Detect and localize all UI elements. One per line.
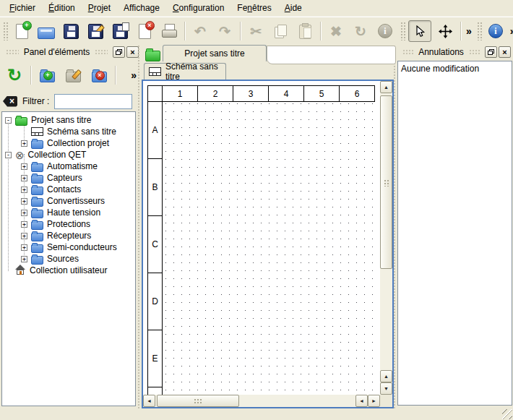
scrollbar-corner — [380, 395, 392, 407]
undo-button[interactable]: ↶ — [188, 20, 212, 42]
column-header: 3 — [233, 85, 269, 102]
pan-mode-button[interactable] — [433, 20, 457, 42]
expand-icon[interactable]: + — [21, 140, 27, 147]
toolbar-drag-handle[interactable] — [477, 22, 482, 40]
redo-button[interactable]: ↷ — [212, 20, 237, 42]
folder-icon — [31, 140, 43, 149]
tree-item-sources[interactable]: + Sources — [2, 253, 135, 265]
titlebar-texture — [6, 49, 19, 55]
toolbar-overflow-chevron[interactable]: » — [508, 25, 513, 37]
scroll-up-button[interactable]: ▲ — [380, 81, 392, 93]
menu-projet[interactable]: Projet — [82, 1, 117, 15]
horizontal-scrollbar-thumb[interactable] — [157, 395, 239, 407]
edit-category-button[interactable] — [60, 63, 86, 87]
cut-button[interactable]: ✂ — [243, 20, 268, 42]
open-project-button[interactable] — [34, 20, 59, 42]
element-info-button[interactable]: i — [373, 20, 397, 42]
undo-dock-titlebar[interactable]: Annulations × — [397, 45, 513, 59]
delete-category-button[interactable]: × — [86, 63, 112, 87]
expand-icon[interactable]: + — [21, 175, 27, 181]
close-file-button[interactable]: × — [132, 20, 157, 42]
vertical-scrollbar[interactable]: ▲ ▲ ▼ — [380, 81, 392, 395]
tree-item-recepteurs[interactable]: + Récepteurs — [2, 230, 135, 241]
expand-icon[interactable]: + — [21, 233, 27, 239]
save-all-button[interactable] — [108, 20, 132, 42]
float-dock-button[interactable] — [113, 46, 125, 58]
restore-icon — [488, 49, 494, 55]
expand-icon[interactable]: + — [21, 256, 27, 262]
menu-configuration[interactable]: Configuration — [166, 1, 230, 15]
schema-tab[interactable]: Schéma sans titre — [144, 63, 226, 80]
new-category-button[interactable]: + — [34, 63, 60, 87]
float-dock-button[interactable] — [485, 46, 497, 58]
titlebar-texture — [402, 49, 413, 55]
elements-panel-titlebar[interactable]: Panel d'éléments × — [0, 45, 141, 59]
tree-item-automatisme[interactable]: + Automatisme — [2, 160, 135, 172]
rotate-button[interactable]: ↻ — [348, 20, 373, 42]
tree-item-convertisseurs[interactable]: + Convertisseurs — [2, 195, 135, 207]
select-mode-button[interactable] — [408, 20, 431, 42]
undo-history-list[interactable]: Aucune modification — [397, 61, 512, 406]
expand-icon[interactable]: + — [21, 210, 27, 216]
folder-icon — [31, 233, 43, 241]
expand-icon[interactable]: + — [21, 244, 27, 251]
undo-list-item[interactable]: Aucune modification — [401, 63, 509, 74]
expand-icon[interactable]: + — [21, 163, 27, 170]
tree-item-collection-qet[interactable]: - ⊗ Collection QET — [2, 149, 135, 160]
close-document-icon: × — [139, 24, 151, 39]
tree-item-haute-tension[interactable]: + Haute tension — [2, 207, 135, 218]
toolbar-drag-handle[interactable] — [400, 22, 405, 40]
tabbar-empty-area — [267, 46, 396, 64]
toolbar-drag-handle[interactable] — [3, 22, 8, 40]
copy-button[interactable] — [268, 20, 293, 42]
vertical-scrollbar-thumb[interactable] — [380, 95, 392, 269]
menu-fichier[interactable]: Fichier — [3, 1, 42, 15]
delete-button[interactable]: ✖ — [324, 20, 348, 42]
expand-icon[interactable]: + — [21, 187, 27, 193]
open-icon — [38, 27, 55, 39]
menu-affichage[interactable]: Affichage — [117, 1, 166, 15]
print-button[interactable] — [157, 20, 181, 42]
project-tab[interactable]: Projet sans titre — [163, 45, 267, 61]
tree-item-collection-projet[interactable]: + Collection projet — [2, 137, 135, 149]
tree-item-semi-conducteurs[interactable]: + Semi-conducteurs — [2, 241, 135, 253]
tree-item-collection-utilisateur[interactable]: Collection utilisateur — [2, 265, 135, 276]
scroll-down-button[interactable]: ▼ — [380, 382, 392, 395]
tree-item-capteurs[interactable]: + Capteurs — [2, 172, 135, 184]
tree-item-label: Collection QET — [28, 150, 87, 160]
left-splitter-handle[interactable] — [137, 45, 141, 408]
new-project-button[interactable]: + — [9, 20, 34, 42]
rotate-icon: ↻ — [355, 25, 366, 38]
scroll-left-button[interactable]: ◄ — [143, 395, 155, 407]
diagram-view[interactable]: 1 2 3 4 5 6 A B C D E ▲ — [142, 80, 394, 408]
tree-item-project[interactable]: - Projet sans titre — [2, 114, 135, 126]
column-header: 4 — [268, 85, 304, 102]
menu-fenetres[interactable]: Fenêtres — [230, 1, 277, 15]
menu-edition[interactable]: Édition — [42, 1, 82, 15]
collapse-icon[interactable]: - — [5, 117, 12, 124]
tree-item-contacts[interactable]: + Contacts — [2, 184, 135, 195]
paste-button[interactable] — [293, 20, 317, 42]
collapse-icon[interactable]: - — [5, 152, 12, 158]
save-as-button[interactable] — [83, 20, 108, 42]
menu-aide[interactable]: Aide — [278, 1, 309, 15]
filter-input[interactable] — [54, 94, 132, 109]
horizontal-scrollbar[interactable]: ◄ ◄ ► — [143, 395, 380, 407]
scroll-left-button[interactable]: ◄ — [355, 395, 368, 407]
toolbar-overflow-chevron[interactable]: » — [464, 25, 474, 37]
tree-item-schema[interactable]: Schéma sans titre — [2, 126, 135, 137]
printer-icon — [162, 27, 176, 39]
about-button[interactable]: i — [483, 20, 508, 42]
info-gray-icon: i — [378, 24, 392, 38]
diagram-grid[interactable]: 1 2 3 4 5 6 A B C D E ▲ — [143, 81, 392, 407]
reload-collections-button[interactable]: ↻ — [1, 63, 27, 87]
scroll-up-button[interactable]: ▲ — [380, 370, 392, 382]
close-dock-button[interactable]: × — [499, 46, 511, 58]
clear-filter-icon[interactable]: × — [3, 96, 17, 107]
expand-icon[interactable]: + — [21, 221, 27, 228]
scroll-right-button[interactable]: ► — [368, 395, 380, 407]
tree-item-protections[interactable]: + Protections — [2, 218, 135, 230]
save-button[interactable] — [59, 20, 83, 42]
window-resize-grip[interactable] — [502, 409, 512, 419]
expand-icon[interactable]: + — [21, 198, 27, 205]
